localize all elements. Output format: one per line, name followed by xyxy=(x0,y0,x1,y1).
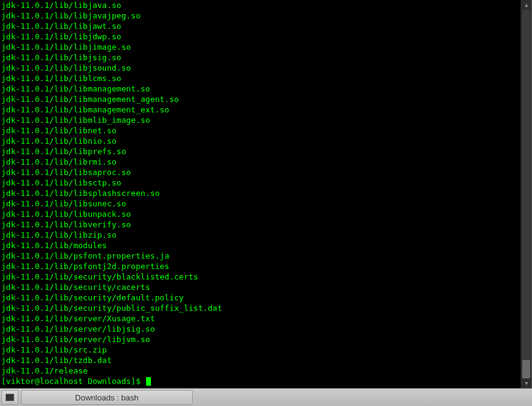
output-line: jdk-11.0.1/lib/libmlib_image.so xyxy=(1,115,530,125)
output-line: jdk-11.0.1/lib/libsunec.so xyxy=(1,198,530,209)
output-line: jdk-11.0.1/lib/libjsig.so xyxy=(1,52,530,63)
terminal-icon xyxy=(6,394,14,401)
output-line: jdk-11.0.1/lib/server/Xusage.txt xyxy=(1,313,530,324)
taskbar-menu-button[interactable] xyxy=(1,390,18,405)
scroll-up-arrow[interactable]: ▲ xyxy=(521,0,532,10)
scrollbar-thumb[interactable] xyxy=(522,360,530,378)
output-line: jdk-11.0.1/lib/libprefs.so xyxy=(1,146,530,157)
output-line: jdk-11.0.1/lib/libmanagement_ext.so xyxy=(1,104,530,115)
output-line: jdk-11.0.1/lib/server/libjvm.so xyxy=(1,334,530,345)
output-line: jdk-11.0.1/lib/libnet.so xyxy=(1,125,530,136)
output-line: jdk-11.0.1/lib/libmanagement.so xyxy=(1,84,530,94)
output-line: jdk-11.0.1/lib/libzip.so xyxy=(1,230,530,240)
output-line: jdk-11.0.1/lib/modules xyxy=(1,240,530,251)
terminal-output: jdk-11.0.1/lib/libjava.sojdk-11.0.1/lib/… xyxy=(0,0,531,386)
output-line: jdk-11.0.1/lib/librmi.so xyxy=(1,157,530,167)
cursor-icon xyxy=(146,377,151,386)
output-line: jdk-11.0.1/lib/libsaproc.so xyxy=(1,167,530,178)
output-line: jdk-11.0.1/release xyxy=(1,365,530,376)
output-line: jdk-11.0.1/lib/libjimage.so xyxy=(1,42,530,52)
output-line: jdk-11.0.1/lib/libunpack.so xyxy=(1,209,530,219)
taskbar-app-button[interactable]: Downloads : bash xyxy=(21,390,193,405)
output-line: jdk-11.0.1/lib/libsplashscreen.so xyxy=(1,188,530,198)
terminal-window[interactable]: jdk-11.0.1/lib/libjava.sojdk-11.0.1/lib/… xyxy=(0,0,532,388)
output-line: jdk-11.0.1/lib/security/public_suffix_li… xyxy=(1,303,530,313)
output-line: jdk-11.0.1/lib/security/blacklisted.cert… xyxy=(1,271,530,282)
output-line: jdk-11.0.1/lib/psfontj2d.properties xyxy=(1,261,530,271)
output-line: jdk-11.0.1/lib/security/cacerts xyxy=(1,282,530,292)
output-line: jdk-11.0.1/lib/libjawt.so xyxy=(1,21,530,31)
output-line: jdk-11.0.1/lib/tzdb.dat xyxy=(1,355,530,365)
output-line: jdk-11.0.1/lib/src.zip xyxy=(1,345,530,355)
output-line: jdk-11.0.1/lib/libjdwp.so xyxy=(1,31,530,42)
output-line: jdk-11.0.1/lib/server/libjsig.so xyxy=(1,324,530,334)
output-line: jdk-11.0.1/lib/libnio.so xyxy=(1,136,530,146)
prompt-line[interactable]: [viktor@localhost Downloads]$ xyxy=(1,376,530,386)
output-line: jdk-11.0.1/lib/libmanagement_agent.so xyxy=(1,94,530,104)
output-line: jdk-11.0.1/lib/security/default.policy xyxy=(1,292,530,303)
taskbar-app-title: Downloads : bash xyxy=(75,392,138,403)
scrollbar-track[interactable] xyxy=(522,10,530,378)
output-line: jdk-11.0.1/lib/psfont.properties.ja xyxy=(1,251,530,261)
output-line: jdk-11.0.1/lib/libjava.so xyxy=(1,0,530,10)
output-line: jdk-11.0.1/lib/libsctp.so xyxy=(1,178,530,188)
scroll-down-arrow[interactable]: ▼ xyxy=(521,378,532,388)
output-line: jdk-11.0.1/lib/libverify.so xyxy=(1,219,530,230)
output-line: jdk-11.0.1/lib/libjsound.so xyxy=(1,63,530,73)
output-line: jdk-11.0.1/lib/libjavajpeg.so xyxy=(1,10,530,21)
taskbar: Downloads : bash xyxy=(0,388,532,406)
terminal-scrollbar[interactable]: ▲ ▼ xyxy=(520,0,531,388)
output-line: jdk-11.0.1/lib/liblcms.so xyxy=(1,73,530,84)
shell-prompt: [viktor@localhost Downloads]$ xyxy=(1,376,145,386)
